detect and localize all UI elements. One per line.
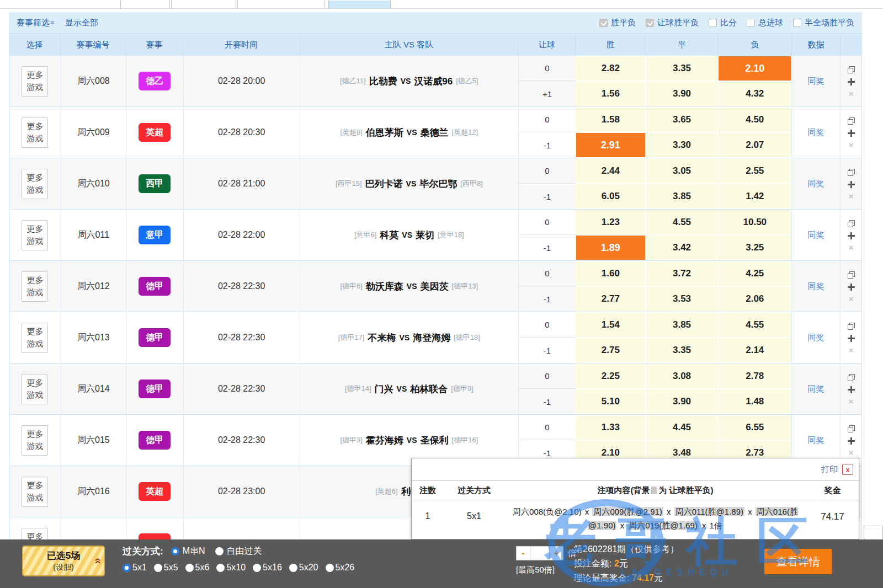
close-icon[interactable]: x — [842, 464, 853, 475]
odds-win[interactable]: 2.75 — [576, 338, 645, 362]
odds-win[interactable]: 5.10 — [576, 389, 645, 414]
combo-radio[interactable]: 5x5 — [154, 563, 178, 573]
minus-button[interactable]: - — [516, 546, 530, 560]
same-prize-link[interactable]: 同奖 — [808, 179, 825, 189]
odds-win[interactable]: 2.82 — [576, 56, 645, 81]
play-type-checkbox[interactable]: 比分 — [709, 18, 737, 28]
radio-icon[interactable] — [253, 564, 261, 572]
tab-partial[interactable] — [237, 1, 325, 8]
view-details-button[interactable]: 查看详情 — [764, 549, 832, 574]
odds-win[interactable]: 2.25 — [576, 364, 645, 388]
play-type-checkbox[interactable]: 总进球 — [747, 18, 783, 28]
close-icon[interactable]: × — [849, 398, 854, 404]
radio-icon[interactable] — [154, 564, 162, 572]
copy-icon[interactable] — [848, 323, 855, 330]
close-icon[interactable]: × — [849, 347, 854, 353]
show-all-link[interactable]: 显示全部 — [65, 18, 98, 28]
odds-lose[interactable]: 2.06 — [719, 287, 791, 311]
close-icon[interactable]: × — [849, 142, 854, 148]
plus-button[interactable]: + — [549, 546, 563, 560]
odds-draw[interactable]: 3.53 — [646, 287, 718, 311]
move-icon[interactable] — [848, 437, 855, 445]
odds-draw[interactable]: 4.55 — [646, 210, 718, 234]
odds-draw[interactable]: 3.72 — [646, 261, 718, 286]
same-prize-link[interactable]: 同奖 — [808, 281, 825, 292]
same-prize-link[interactable]: 同奖 — [808, 435, 825, 446]
combo-radio[interactable]: 5x1 — [123, 563, 147, 573]
match-filter-toggle[interactable]: 赛事筛选 » — [17, 18, 56, 28]
odds-lose[interactable]: 10.50 — [719, 210, 791, 234]
more-games-button[interactable]: 更多游戏 — [22, 323, 48, 353]
odds-win[interactable]: 1.56 — [576, 82, 645, 106]
copy-icon[interactable] — [848, 117, 855, 125]
odds-win[interactable]: 1.33 — [576, 415, 645, 440]
close-icon[interactable]: × — [849, 296, 854, 302]
tab-partial[interactable] — [171, 1, 236, 8]
move-icon[interactable] — [848, 335, 855, 342]
more-games-button[interactable]: 更多游戏 — [22, 66, 48, 97]
radio-icon[interactable] — [326, 564, 334, 572]
checkbox-icon[interactable] — [793, 19, 801, 27]
odds-lose[interactable]: 4.55 — [719, 313, 791, 337]
odds-lose[interactable]: 2.14 — [719, 338, 791, 362]
odds-win[interactable]: 1.60 — [576, 261, 645, 286]
multiplier-input[interactable] — [530, 546, 549, 560]
same-prize-link[interactable]: 同奖 — [808, 127, 825, 138]
combo-radio[interactable]: 5x16 — [253, 563, 282, 573]
copy-icon[interactable] — [848, 169, 855, 176]
odds-lose[interactable]: 2.55 — [719, 159, 791, 183]
checkbox-icon[interactable] — [747, 19, 755, 27]
radio-icon[interactable] — [123, 564, 131, 572]
combo-radio[interactable]: 5x20 — [289, 563, 318, 573]
odds-lose[interactable]: 1.48 — [719, 389, 791, 414]
play-type-checkbox[interactable]: 胜平负 — [599, 18, 636, 28]
odds-draw[interactable]: 3.35 — [646, 56, 718, 81]
move-icon[interactable] — [848, 386, 855, 393]
close-icon[interactable]: × — [849, 193, 854, 199]
more-games-button[interactable]: 更多游戏 — [22, 528, 48, 541]
odds-win[interactable]: 6.05 — [576, 184, 645, 209]
odds-draw[interactable]: 4.45 — [646, 415, 718, 440]
odds-draw[interactable]: 3.35 — [646, 338, 718, 362]
radio-icon[interactable] — [171, 547, 179, 555]
checkbox-icon[interactable] — [599, 19, 608, 27]
radio-icon[interactable] — [216, 564, 225, 572]
odds-draw[interactable]: 3.90 — [646, 82, 718, 106]
close-icon[interactable]: × — [849, 90, 854, 97]
tab-partial-active[interactable] — [328, 1, 391, 8]
copy-icon[interactable] — [848, 66, 855, 73]
combo-radio[interactable]: 5x6 — [185, 563, 210, 573]
odds-draw[interactable]: 3.65 — [646, 108, 718, 132]
pass-mode-radio[interactable]: M串N — [171, 546, 205, 557]
same-prize-link[interactable]: 同奖 — [808, 384, 825, 394]
odds-win[interactable]: 1.23 — [576, 210, 645, 234]
more-games-button[interactable]: 更多游戏 — [22, 220, 48, 250]
odds-lose[interactable]: 2.78 — [719, 364, 791, 388]
close-icon[interactable]: × — [849, 450, 854, 456]
copy-icon[interactable] — [848, 374, 855, 381]
more-games-button[interactable]: 更多游戏 — [22, 425, 48, 456]
play-type-checkbox[interactable]: 让球胜平负 — [646, 18, 699, 28]
tab-partial[interactable] — [120, 1, 170, 8]
move-icon[interactable] — [848, 181, 855, 188]
odds-lose[interactable]: 1.42 — [719, 184, 791, 209]
more-games-button[interactable]: 更多游戏 — [22, 271, 48, 302]
radio-icon[interactable] — [289, 564, 297, 572]
odds-draw[interactable]: 3.08 — [646, 364, 718, 388]
odds-draw[interactable]: 3.05 — [646, 159, 718, 183]
checkbox-icon[interactable] — [709, 19, 717, 27]
close-icon[interactable]: × — [849, 244, 854, 250]
odds-lose[interactable]: 6.55 — [719, 415, 791, 440]
combo-radio[interactable]: 5x26 — [326, 563, 355, 573]
move-icon[interactable] — [848, 284, 855, 291]
print-link[interactable]: 打印 — [821, 464, 838, 475]
move-icon[interactable] — [848, 130, 855, 137]
copy-icon[interactable] — [848, 271, 855, 279]
odds-win[interactable]: 1.89 — [576, 236, 645, 260]
selected-matches-button[interactable]: 已选5场 (设胆) » — [22, 546, 105, 576]
odds-draw[interactable]: 3.30 — [646, 133, 718, 157]
same-prize-link[interactable]: 同奖 — [808, 333, 825, 343]
move-icon[interactable] — [848, 232, 855, 239]
radio-icon[interactable] — [215, 547, 224, 555]
more-games-button[interactable]: 更多游戏 — [22, 477, 48, 507]
